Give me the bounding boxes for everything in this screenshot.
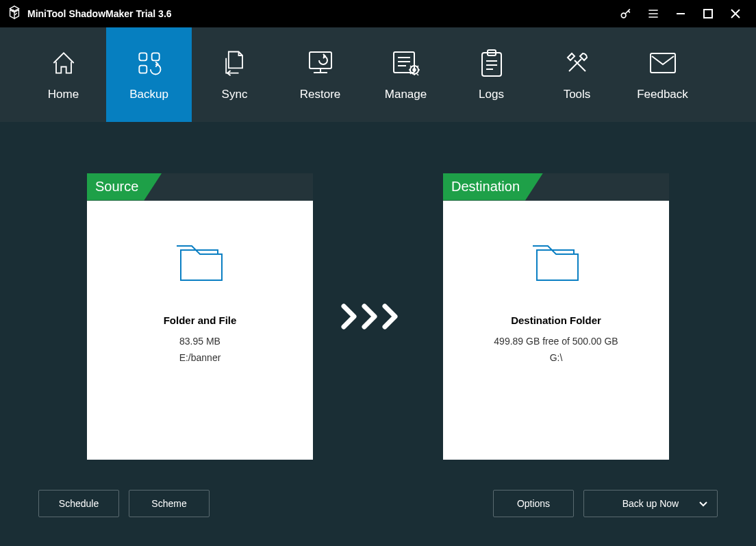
nav-sync[interactable]: Sync	[192, 27, 277, 122]
app-window: MiniTool ShadowMaker Trial 3.6	[0, 0, 756, 546]
backup-now-button[interactable]: Back up Now	[583, 490, 718, 517]
backup-icon	[134, 48, 164, 78]
scheme-button[interactable]: Scheme	[129, 490, 210, 517]
nav-tools[interactable]: Tools	[534, 27, 620, 122]
cards-row: Source Folder and File 83.95 MB E:/banne…	[0, 122, 756, 490]
options-button[interactable]: Options	[493, 490, 574, 517]
nav-manage-label: Manage	[385, 88, 427, 101]
svg-rect-3	[151, 53, 159, 60]
menu-button[interactable]	[640, 0, 667, 27]
source-card[interactable]: Source Folder and File 83.95 MB E:/banne…	[87, 173, 313, 460]
svg-rect-2	[139, 53, 147, 60]
maximize-icon	[703, 9, 713, 18]
nav-backup-label: Backup	[129, 88, 168, 101]
key-icon	[619, 7, 633, 21]
svg-rect-5	[310, 52, 331, 69]
source-path: E:/banner	[179, 352, 221, 363]
svg-rect-1	[704, 10, 712, 18]
maximize-button[interactable]	[694, 0, 722, 27]
nav-logs-label: Logs	[479, 88, 504, 101]
home-icon	[49, 48, 79, 78]
nav-logs[interactable]: Logs	[449, 27, 534, 122]
folder-icon	[527, 238, 585, 288]
minimize-icon	[675, 8, 686, 19]
sync-icon	[221, 48, 249, 78]
nav-backup[interactable]: Backup	[106, 27, 192, 122]
feedback-icon	[648, 48, 678, 78]
app-logo-icon	[7, 5, 22, 23]
titlebar: MiniTool ShadowMaker Trial 3.6	[0, 0, 756, 27]
schedule-button[interactable]: Schedule	[38, 490, 119, 517]
svg-rect-4	[139, 66, 147, 73]
source-size: 83.95 MB	[179, 336, 220, 347]
destination-path: G:\	[550, 352, 563, 363]
backup-now-button-label: Back up Now	[622, 498, 679, 509]
nav-tools-label: Tools	[564, 88, 591, 101]
destination-card-header: Destination	[443, 173, 669, 201]
close-icon	[730, 8, 741, 19]
minimize-button[interactable]	[667, 0, 694, 27]
chevron-down-icon	[699, 498, 707, 509]
svg-point-0	[621, 13, 626, 18]
scheme-button-label: Scheme	[151, 498, 186, 509]
destination-banner: Destination	[443, 173, 543, 201]
footer: Schedule Scheme Options Back up Now	[0, 490, 756, 546]
content-area: Source Folder and File 83.95 MB E:/banne…	[0, 122, 756, 546]
close-button[interactable]	[722, 0, 749, 27]
folder-icon	[171, 238, 229, 288]
nav-home-label: Home	[48, 88, 79, 101]
nav-feedback-label: Feedback	[637, 88, 688, 101]
menu-icon	[646, 7, 660, 21]
logs-icon	[478, 48, 505, 78]
destination-free: 499.89 GB free of 500.00 GB	[494, 336, 618, 347]
options-button-label: Options	[517, 498, 550, 509]
navbar: Home Backup Sy	[0, 27, 756, 122]
nav-home[interactable]: Home	[21, 27, 106, 122]
schedule-button-label: Schedule	[59, 498, 99, 509]
destination-card[interactable]: Destination Destination Folder 499.89 GB…	[443, 173, 669, 460]
manage-icon	[390, 48, 423, 78]
tools-icon	[562, 48, 592, 78]
nav-restore[interactable]: Restore	[277, 27, 363, 122]
source-banner: Source	[87, 173, 162, 201]
nav-restore-label: Restore	[300, 88, 341, 101]
nav-manage[interactable]: Manage	[363, 27, 449, 122]
svg-rect-11	[651, 53, 675, 73]
key-icon-button[interactable]	[612, 0, 640, 27]
arrows-icon	[340, 303, 416, 330]
nav-sync-label: Sync	[222, 88, 248, 101]
source-title: Folder and File	[164, 314, 237, 326]
destination-title: Destination Folder	[511, 314, 601, 326]
nav-feedback[interactable]: Feedback	[620, 27, 705, 122]
app-title: MiniTool ShadowMaker Trial 3.6	[27, 8, 172, 19]
source-card-header: Source	[87, 173, 313, 201]
restore-icon	[304, 48, 337, 78]
source-card-body: Folder and File 83.95 MB E:/banner	[87, 201, 313, 369]
destination-card-body: Destination Folder 499.89 GB free of 500…	[443, 201, 669, 369]
